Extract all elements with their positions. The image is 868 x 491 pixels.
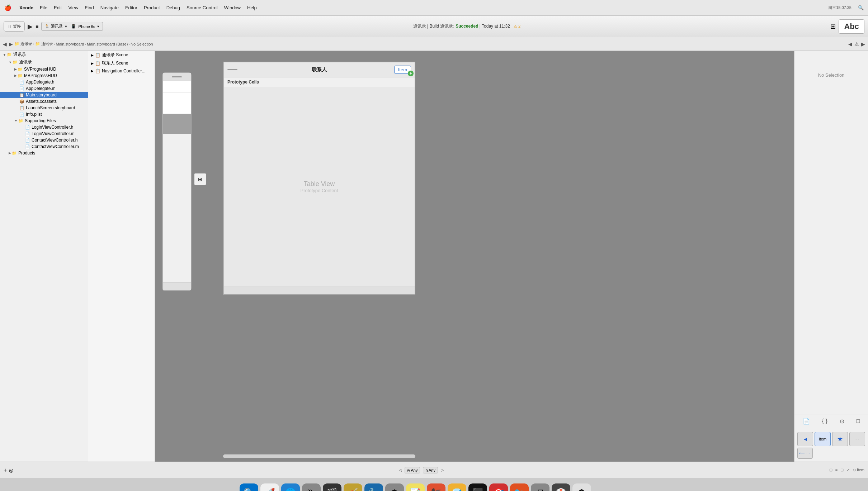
expand-icon[interactable]: ▼	[3, 53, 6, 57]
add-file-button[interactable]: +	[4, 467, 7, 473]
menu-window[interactable]: Window	[224, 5, 241, 10]
menu-edit[interactable]: Edit	[54, 5, 62, 10]
dock-sketch[interactable]: 💎	[448, 483, 466, 491]
size-h-button[interactable]: h Any	[423, 467, 438, 473]
build-status: 通讯录 | Build 通讯录: Succeeded | Today at 11…	[106, 23, 827, 29]
inspector-target-icon[interactable]: ⊙	[840, 418, 844, 425]
inspector-code-icon[interactable]: { }	[822, 418, 827, 425]
breadcrumb-storyboard[interactable]: Main.storyboard	[56, 42, 84, 46]
scene-navcontroller[interactable]: ▶ 📋 Navigation Controller...	[88, 67, 155, 75]
dock-app4[interactable]: 🎲	[552, 483, 570, 491]
apple-menu[interactable]: 🍎	[4, 4, 11, 11]
search-global-icon[interactable]: 🔍	[858, 5, 864, 10]
expand-mb-icon[interactable]: ▶	[14, 74, 17, 77]
scheme-selector[interactable]: 🏃 通讯录 ▼ 📱 iPhone 6s ▼	[41, 22, 103, 31]
breadcrumb-base[interactable]: Main.storyboard (Base)	[87, 42, 128, 46]
dock-swift[interactable]: 🦅	[427, 483, 445, 491]
sidebar-item-contactvc-m[interactable]: 📄 ContactViewController.m	[0, 143, 88, 150]
zoom-fit-icon[interactable]: ⊡	[840, 468, 844, 472]
dock-mouse[interactable]: 🖱	[302, 483, 321, 491]
breadcrumb-root[interactable]: 📁 通讯录	[14, 41, 32, 47]
dock-notes[interactable]: 📝	[406, 483, 425, 491]
dock-app2[interactable]: 🐦	[510, 483, 529, 491]
zoom-icon[interactable]: ⤢	[846, 468, 850, 472]
nav-forward-button[interactable]: ▶	[9, 41, 13, 47]
expand-sv-icon[interactable]: ▶	[14, 67, 17, 71]
expand-tongxunlu-icon[interactable]: ▼	[9, 61, 12, 64]
inspector-box-icon[interactable]: □	[856, 418, 860, 425]
menu-navigate[interactable]: Navigate	[100, 5, 119, 10]
sidebar-item-svprogress[interactable]: ▶ 📁 SVProgressHUD	[0, 66, 88, 72]
device-left	[162, 72, 192, 291]
sidebar-item-root[interactable]: ▼ 📁 通讯录	[0, 51, 88, 58]
inspector-arrow-dots-button[interactable]: ⟵···	[797, 448, 813, 459]
run-button[interactable]: ▶	[28, 23, 33, 30]
expand-supporting-icon[interactable]: ▼	[14, 119, 18, 123]
dock-xcode[interactable]: 🔧	[364, 483, 383, 491]
scene-expand3-icon[interactable]: ▶	[91, 69, 94, 73]
menu-find[interactable]: Find	[85, 5, 94, 10]
scene-lianxiren[interactable]: ▶ 📋 联系人 Scene	[88, 59, 155, 67]
inspector-file-icon[interactable]: 📄	[803, 418, 810, 425]
sidebar-item-loginvc-m[interactable]: 📄 LoginViewController.m	[0, 130, 88, 137]
sidebar-item-tongxunlu[interactable]: ▼ 📁 通讯录	[0, 58, 88, 66]
sidebar-item-mbprogress[interactable]: ▶ 📁 MBProgressHUD	[0, 72, 88, 79]
inspector-star-button[interactable]: ★	[832, 432, 848, 446]
dock-app1[interactable]: 🎯	[489, 483, 508, 491]
nav-warning-icon[interactable]: ⚠	[854, 41, 859, 47]
filter-button[interactable]: ◎	[9, 467, 13, 473]
scene-expand2-icon[interactable]: ▶	[91, 62, 94, 65]
menu-debug[interactable]: Debug	[166, 5, 180, 10]
expand-products-icon[interactable]: ▶	[9, 151, 11, 155]
breadcrumb-folder[interactable]: 📁 通讯录	[35, 41, 53, 47]
nav-next-icon[interactable]: ▶	[861, 41, 865, 47]
dock-settings[interactable]: ⚙	[385, 483, 404, 491]
dock-dvd[interactable]: 🎬	[323, 483, 341, 491]
inspector-item-button[interactable]: Item	[815, 432, 830, 446]
dock-safari[interactable]: 🌐	[281, 483, 300, 491]
sidebar-item-assets[interactable]: 📦 Assets.xcassets	[0, 98, 88, 105]
dock-term[interactable]: ⬛	[468, 483, 487, 491]
sidebar-item-products[interactable]: ▶ 📁 Products	[0, 150, 88, 156]
menu-product[interactable]: Product	[144, 5, 160, 10]
canvas-scrollbar[interactable]	[223, 454, 415, 458]
sidebar-toggle-icon[interactable]: ⊞	[830, 23, 836, 30]
sidebar-item-appdelegate-h[interactable]: 📄 AppDelegate.h	[0, 79, 88, 85]
dock-app3[interactable]: 🖥	[531, 483, 549, 491]
left-device-navbar	[163, 73, 191, 81]
grid-icon[interactable]: ⊞	[829, 468, 832, 472]
nav-prev-icon[interactable]: ◀	[848, 41, 852, 47]
pause-button[interactable]: ⏸ 暂停	[4, 21, 25, 32]
inspector-back-button[interactable]: ◀	[797, 432, 813, 446]
dock-guitar[interactable]: 🎸	[344, 483, 362, 491]
menu-editor[interactable]: Editor	[125, 5, 137, 10]
list-icon[interactable]: ≡	[835, 468, 838, 472]
scene-tongxunlu[interactable]: ▶ 📋 通讯录 Scene	[88, 51, 155, 59]
sidebar-item-launchscreen[interactable]: 📋 LaunchScreen.storyboard	[0, 105, 88, 111]
sidebar-item-appdelegate-m[interactable]: 📄 AppDelegate.m	[0, 85, 88, 92]
nav-item-box[interactable]: Item +	[394, 66, 411, 74]
sidebar-item-main-storyboard[interactable]: 📋 Main.storyboard	[0, 92, 88, 98]
dock-launchpad[interactable]: 🚀	[260, 483, 279, 491]
sidebar-item-infoplist[interactable]: 📄 Info.plist	[0, 111, 88, 118]
sidebar-item-supporting[interactable]: ▼ 📁 Supporting Files	[0, 118, 88, 124]
breadcrumb-selection[interactable]: No Selection	[131, 42, 153, 46]
scene-expand-icon[interactable]: ▶	[91, 53, 94, 57]
menu-source-control[interactable]: Source Control	[187, 5, 218, 10]
nav-back-button[interactable]: ◀	[3, 41, 7, 47]
canvas-area[interactable]: ⊞ 联系人 Item + Prototype Cells	[155, 51, 794, 462]
menu-help[interactable]: Help	[247, 5, 257, 10]
menu-xcode[interactable]: Xcode	[19, 5, 33, 10]
stop-button[interactable]: ■	[36, 24, 38, 29]
menu-view[interactable]: View	[68, 5, 78, 10]
dock-finder[interactable]: 🔍	[240, 483, 258, 491]
inspector-dots-button[interactable]: ···	[849, 432, 865, 446]
size-w-button[interactable]: w Any	[405, 467, 420, 473]
sidebar-item-contactvc-h[interactable]: 📄 ContactViewController.h	[0, 137, 88, 143]
sidebar-sv-label: SVProgressHUD	[24, 67, 56, 72]
sidebar-plist-label: Info.plist	[26, 112, 42, 117]
dock-trash[interactable]: 🗑	[572, 483, 591, 491]
sidebar-item-loginvc-h[interactable]: 📄 LoginViewController.h	[0, 124, 88, 130]
menu-file[interactable]: File	[40, 5, 47, 10]
sidebar-appdel-m-label: AppDelegate.m	[26, 86, 56, 91]
